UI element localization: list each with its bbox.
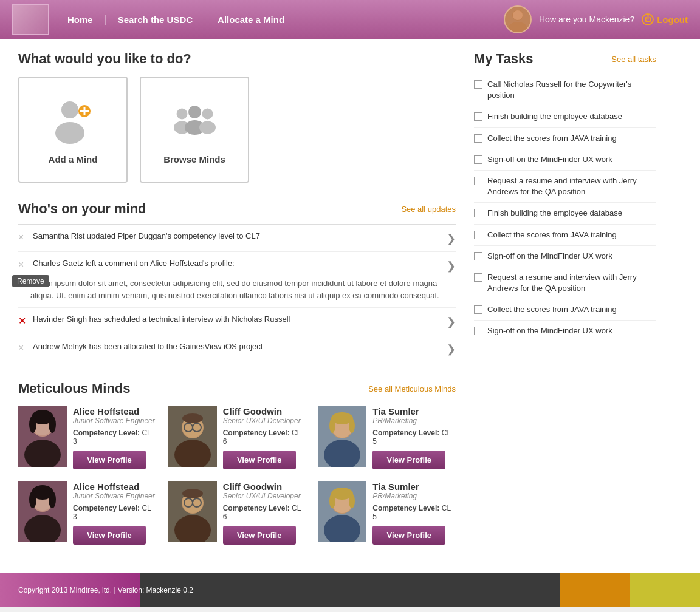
arrow-icon-4[interactable]: ❯ — [447, 341, 456, 356]
mind-competency-tia-2: Competency Level: CL 5 — [372, 504, 456, 521]
task-checkbox-5[interactable] — [474, 177, 482, 185]
remove-icon-2[interactable]: × — [18, 258, 28, 270]
add-mind-icon — [49, 95, 97, 149]
add-person-svg — [50, 98, 96, 146]
task-checkbox-4[interactable] — [474, 155, 482, 164]
mind-info-alice-1: Alice Hoffstead Junior Software Engineer… — [73, 406, 156, 469]
task-item: Finish building the employee database — [474, 106, 656, 127]
arrow-icon-3[interactable]: ❯ — [447, 314, 456, 328]
whos-on-mind-header: Who's on your mind See all updates — [18, 201, 456, 217]
nav-home[interactable]: Home — [55, 15, 106, 25]
svg-point-1 — [509, 22, 527, 32]
svg-point-20 — [49, 416, 56, 433]
svg-point-35 — [349, 418, 355, 433]
task-text-8: Sign-off on the MindFinder UX work — [487, 251, 612, 262]
nav-allocate[interactable]: Allocate a Mind — [205, 15, 297, 25]
mind-card-top: Tia Sumler PR/Marketing Competency Level… — [318, 481, 456, 545]
update-text-2: Charles Gaetz left a comment on Alice Ho… — [33, 258, 442, 269]
view-profile-button-alice-1[interactable]: View Profile — [73, 450, 146, 469]
view-profile-button-cliff-2[interactable]: View Profile — [223, 526, 296, 545]
view-profile-button-cliff-1[interactable]: View Profile — [223, 450, 296, 469]
avatar-image — [505, 7, 530, 32]
mind-role-cliff-2: Senior UX/UI Developer — [223, 492, 306, 500]
mind-role-alice-2: Junior Software Engineer — [73, 492, 156, 500]
mind-role-tia-1: PR/Marketing — [372, 416, 456, 425]
svg-point-55 — [329, 494, 335, 508]
header-greeting: How are you Mackenzie? — [539, 15, 634, 24]
remove-icon-3[interactable]: ✕ — [18, 314, 28, 327]
remove-icon-4[interactable]: × — [18, 341, 28, 353]
arrow-icon-2[interactable]: ❯ — [447, 258, 456, 273]
add-mind-label: Add a Mind — [49, 154, 98, 165]
mind-info-cliff-1: Cliff Goodwin Senior UX/UI Developer Com… — [223, 406, 306, 469]
my-tasks-header: My Tasks See all tasks — [474, 51, 656, 67]
see-all-tasks-link[interactable]: See all tasks — [611, 55, 656, 64]
svg-point-34 — [329, 418, 335, 433]
header-right: How are you Mackenzie? ⏻ Logout — [504, 5, 688, 33]
mind-card-top: Tia Sumler PR/Marketing Competency Level… — [318, 406, 456, 469]
footer-text: Copyright 2013 Mindtree, ltd. | Version:… — [18, 586, 193, 594]
mind-photo-cliff-2 — [168, 481, 217, 542]
view-profile-button-tia-2[interactable]: View Profile — [372, 526, 445, 545]
mind-competency-cliff-1: Competency Level: CL 6 — [223, 429, 306, 446]
left-panel: What would you like to do? Add a Mind — [18, 51, 456, 561]
update-item: ✕ Havinder Singh has scheduled a technic… — [18, 308, 456, 335]
add-mind-card[interactable]: Add a Mind — [18, 76, 128, 183]
mind-photo-cliff-1 — [168, 406, 217, 467]
task-checkbox-11[interactable] — [474, 327, 482, 335]
right-panel: My Tasks See all tasks Call Nicholas Rus… — [474, 51, 656, 561]
remove-icon-1[interactable]: × — [18, 231, 28, 243]
mind-role-alice-1: Junior Software Engineer — [73, 416, 156, 425]
task-checkbox-7[interactable] — [474, 231, 482, 239]
task-checkbox-2[interactable] — [474, 112, 482, 121]
mind-name-tia-1: Tia Sumler — [372, 406, 456, 416]
mind-photo-alice-2 — [18, 481, 67, 542]
svg-point-8 — [176, 109, 187, 120]
view-profile-button-tia-1[interactable]: View Profile — [372, 450, 445, 469]
mind-competency-tia-1: Competency Level: CL 5 — [372, 429, 456, 446]
update-text-1: Samantha Rist updated Piper Duggan's com… — [33, 231, 442, 242]
nav-search[interactable]: Search the USDC — [106, 15, 205, 25]
see-all-minds-link[interactable]: See all Meticulous Minds — [368, 384, 456, 393]
update-item: × Samantha Rist updated Piper Duggan's c… — [18, 225, 456, 252]
mind-info-tia-2: Tia Sumler PR/Marketing Competency Level… — [372, 481, 456, 545]
task-text-3: Collect the scores from JAVA training — [487, 133, 617, 144]
logout-button[interactable]: ⏻ Logout — [642, 13, 688, 25]
mind-card-tia-2: Tia Sumler PR/Marketing Competency Level… — [318, 481, 456, 545]
mind-role-tia-2: PR/Marketing — [372, 492, 456, 500]
minds-grid-row-2: Alice Hoffstead Junior Software Engineer… — [18, 481, 456, 545]
mind-info-alice-2: Alice Hoffstead Junior Software Engineer… — [73, 481, 156, 545]
task-checkbox-3[interactable] — [474, 134, 482, 143]
task-checkbox-8[interactable] — [474, 252, 482, 260]
task-item: Collect the scores from JAVA training — [474, 128, 656, 149]
task-list: Call Nicholas Russell for the Copywriter… — [474, 74, 656, 342]
mind-card-top: Cliff Goodwin Senior UX/UI Developer Com… — [168, 406, 306, 469]
mind-role-cliff-1: Senior UX/UI Developer — [223, 416, 306, 425]
main-nav: Home Search the USDC Allocate a Mind — [55, 15, 504, 25]
task-checkbox-10[interactable] — [474, 305, 482, 314]
svg-point-4 — [55, 122, 84, 144]
svg-point-49 — [182, 489, 203, 498]
task-text-4: Sign-off on the MindFinder UX work — [487, 154, 612, 165]
mind-name-alice-2: Alice Hoffstead — [73, 481, 156, 492]
competency-label: Competency Level: — [372, 504, 439, 512]
svg-point-3 — [61, 101, 78, 118]
browse-minds-card[interactable]: Browse Minds — [140, 76, 249, 183]
mind-name-cliff-2: Cliff Goodwin — [223, 481, 306, 492]
browse-minds-label: Browse Minds — [163, 154, 225, 165]
svg-point-41 — [29, 491, 36, 508]
arrow-icon-1[interactable]: ❯ — [447, 231, 456, 245]
mind-card-top: Alice Hoffstead Junior Software Engineer… — [18, 481, 156, 545]
view-profile-button-alice-2[interactable]: View Profile — [73, 526, 146, 545]
task-item: Sign-off on the MindFinder UX work — [474, 246, 656, 267]
task-checkbox-1[interactable] — [474, 80, 482, 89]
competency-label: Competency Level: — [73, 429, 140, 437]
remove-tooltip: Remove — [12, 275, 49, 287]
update-item: × Andrew Melnyk has been allocated to th… — [18, 335, 456, 362]
task-checkbox-6[interactable] — [474, 209, 482, 217]
task-item: Finish building the employee database — [474, 203, 656, 224]
svg-point-19 — [29, 416, 36, 433]
task-checkbox-9[interactable] — [474, 273, 482, 282]
see-all-updates-link[interactable]: See all updates — [401, 205, 456, 214]
mind-card-alice-1: Alice Hoffstead Junior Software Engineer… — [18, 406, 156, 469]
